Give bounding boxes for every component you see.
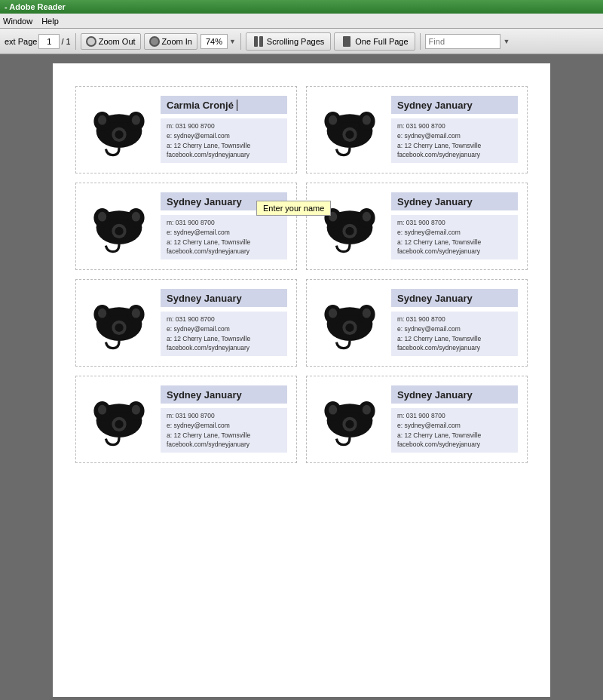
card-details: m: 031 900 8700e: sydney@email.coma: 12 … — [391, 312, 518, 356]
svg-point-26 — [115, 227, 123, 235]
svg-point-24 — [132, 212, 140, 222]
card-name-text: Sydney January — [167, 196, 242, 207]
phone-icon — [85, 289, 153, 357]
card-content: Carmia Cronjé m: 031 900 8700e: sydney@e… — [161, 96, 287, 163]
svg-rect-14 — [339, 115, 361, 123]
svg-point-42 — [115, 324, 123, 332]
svg-point-8 — [132, 115, 140, 125]
card-content: Sydney Januarym: 031 900 8700e: sydney@e… — [161, 385, 287, 453]
card-content: Sydney Januarym: 031 900 8700e: sydney@e… — [391, 96, 518, 163]
svg-point-58 — [115, 420, 123, 428]
svg-point-18 — [345, 130, 354, 139]
card-details: m: 031 900 8700e: sydney@email.coma: 12 … — [161, 118, 287, 163]
card-grid: Carmia Cronjé m: 031 900 8700e: sydney@e… — [68, 78, 535, 471]
business-card: Sydney Januarym: 031 900 8700e: sydney@e… — [306, 183, 528, 270]
zoom-in-button[interactable]: Zoom In — [144, 33, 197, 50]
zoom-in-icon — [149, 36, 160, 47]
card-name-area: Carmia Cronjé — [161, 96, 287, 114]
business-card: Sydney Januarym: 031 900 8700e: sydney@e… — [306, 86, 528, 173]
main-area: Enter your name Carmia Cronjé m: 031 900… — [0, 54, 603, 700]
scrolling-pages-icon — [253, 35, 265, 48]
card-name-text: Sydney January — [397, 389, 473, 401]
sep3 — [420, 33, 421, 50]
card-content: Sydney Januarym: 031 900 8700e: sydney@e… — [391, 192, 518, 259]
pdf-page: Enter your name Carmia Cronjé m: 031 900… — [53, 63, 550, 697]
card-name-text[interactable]: Carmia Cronjé — [167, 100, 237, 111]
zoom-value-group: ▼ — [200, 34, 236, 49]
zoom-input[interactable] — [200, 34, 228, 49]
business-card: Sydney Januarym: 031 900 8700e: sydney@e… — [75, 183, 297, 270]
zoom-out-button[interactable]: Zoom Out — [81, 33, 141, 50]
card-name-area: Sydney January — [391, 192, 518, 210]
card-details: m: 031 900 8700e: sydney@email.coma: 12 … — [391, 408, 518, 453]
svg-rect-6 — [109, 115, 130, 123]
page-separator: / 1 — [61, 37, 70, 46]
phone-icon — [85, 385, 153, 453]
one-full-page-icon — [341, 35, 353, 48]
svg-rect-22 — [109, 212, 130, 220]
svg-point-34 — [345, 227, 354, 235]
card-content: Sydney Januarym: 031 900 8700e: sydney@e… — [391, 385, 518, 453]
svg-point-23 — [98, 212, 106, 222]
title-bar: - Adobe Reader — [0, 0, 603, 14]
card-name-text: Sydney January — [397, 293, 473, 304]
card-name-text: Sydney January — [167, 293, 242, 304]
title-bar-text: - Adobe Reader — [5, 2, 66, 11]
scrolling-pages-label: Scrolling Pages — [267, 37, 324, 46]
svg-rect-38 — [109, 309, 130, 316]
phone-icon — [85, 192, 153, 260]
svg-point-47 — [329, 309, 337, 318]
sep1 — [75, 33, 76, 50]
page-number-input[interactable] — [38, 34, 60, 49]
card-name-text: Sydney January — [167, 389, 242, 401]
scrolling-pages-button[interactable]: Scrolling Pages — [246, 32, 331, 51]
zoom-dropdown-arrow[interactable]: ▼ — [229, 38, 236, 45]
card-details: m: 031 900 8700e: sydney@email.coma: 12 … — [161, 312, 287, 356]
svg-rect-30 — [339, 212, 361, 220]
phone-icon — [316, 96, 384, 164]
card-details: m: 031 900 8700e: sydney@email.coma: 12 … — [161, 408, 287, 453]
card-details: m: 031 900 8700e: sydney@email.coma: 12 … — [161, 215, 287, 259]
svg-rect-2 — [343, 36, 350, 47]
card-name-area: Sydney January — [391, 289, 518, 307]
find-input[interactable] — [425, 34, 500, 49]
card-name-area: Sydney January — [391, 385, 518, 404]
svg-rect-54 — [109, 405, 130, 413]
find-dropdown-arrow[interactable]: ▼ — [504, 38, 510, 45]
card-name-area: Sydney January — [161, 289, 287, 307]
svg-point-50 — [345, 324, 354, 332]
menu-help[interactable]: Help — [41, 17, 59, 26]
card-details: m: 031 900 8700e: sydney@email.coma: 12 … — [391, 215, 518, 259]
toolbar: ext Page / 1 Zoom Out Zoom In ▼ Scrollin… — [0, 29, 603, 54]
one-full-page-button[interactable]: One Full Page — [334, 32, 415, 51]
svg-rect-62 — [339, 405, 361, 413]
svg-point-63 — [329, 405, 337, 415]
card-name-area: Sydney January — [161, 385, 287, 404]
phone-icon — [85, 96, 153, 164]
svg-point-48 — [363, 309, 371, 318]
page-nav: ext Page / 1 — [5, 34, 71, 49]
business-card: Sydney Januarym: 031 900 8700e: sydney@e… — [306, 279, 528, 367]
text-cursor — [234, 100, 237, 111]
name-tooltip: Enter your name — [256, 201, 331, 216]
card-name-text: Sydney January — [397, 196, 473, 207]
phone-icon — [316, 385, 384, 453]
svg-point-32 — [363, 212, 371, 222]
menu-bar: Window Help — [0, 14, 603, 29]
prev-page-label: ext Page — [5, 37, 37, 46]
card-details: m: 031 900 8700e: sydney@email.coma: 12 … — [391, 118, 518, 163]
zoom-out-icon — [86, 36, 96, 47]
business-card: Sydney Januarym: 031 900 8700e: sydney@e… — [75, 279, 297, 367]
svg-rect-1 — [259, 36, 263, 47]
svg-point-56 — [132, 405, 140, 415]
zoom-in-label: Zoom In — [162, 37, 192, 46]
card-content: Sydney Januarym: 031 900 8700e: sydney@e… — [391, 289, 518, 356]
one-full-page-label: One Full Page — [355, 37, 408, 46]
svg-point-40 — [132, 309, 140, 318]
svg-point-64 — [363, 405, 371, 415]
svg-point-16 — [363, 115, 371, 125]
sep2 — [240, 33, 241, 50]
menu-window[interactable]: Window — [3, 17, 32, 26]
zoom-out-label: Zoom Out — [99, 37, 136, 46]
card-content: Sydney Januarym: 031 900 8700e: sydney@e… — [161, 289, 287, 356]
